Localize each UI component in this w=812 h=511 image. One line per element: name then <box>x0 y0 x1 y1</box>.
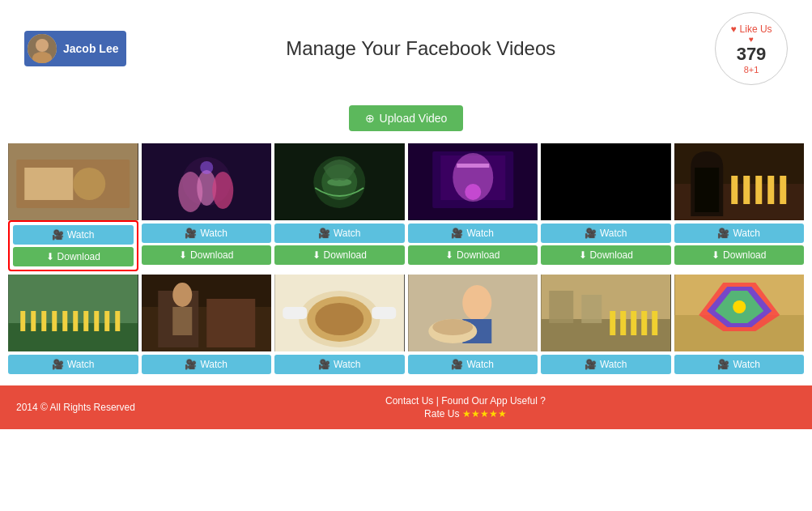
watch-button[interactable]: 🎥 Watch <box>274 224 405 243</box>
contact-link[interactable]: Contact Us <box>385 395 433 407</box>
camera-icon: 🎥 <box>185 359 197 370</box>
heart-icon: ♥ <box>730 23 736 35</box>
video-item: 🎥 Watch <box>142 275 272 377</box>
svg-point-23 <box>465 184 481 200</box>
video-item: 🎥 Watch ⬇ Download <box>674 143 805 271</box>
video-item: 🎥 Watch <box>274 275 405 377</box>
watch-button[interactable]: 🎥 Watch <box>408 224 538 243</box>
svg-rect-31 <box>767 176 774 204</box>
star-rating: ★★★★★ <box>462 408 507 419</box>
svg-rect-24 <box>541 143 670 220</box>
svg-rect-37 <box>41 311 46 331</box>
camera-icon: 🎥 <box>717 359 729 370</box>
svg-rect-64 <box>549 291 573 323</box>
footer: 2014 © All Rights Reserved Contact Us | … <box>0 385 812 429</box>
watch-button[interactable]: 🎥 Watch <box>674 224 805 243</box>
watch-button[interactable]: 🎥 Watch <box>541 355 671 374</box>
download-icon: ⬇ <box>179 249 187 261</box>
svg-rect-67 <box>620 311 626 335</box>
download-icon: ⬇ <box>712 249 720 261</box>
svg-rect-6 <box>24 168 73 200</box>
found-text: Found Our App Useful ? <box>441 395 546 407</box>
watch-button[interactable]: 🎥 Watch <box>674 355 805 374</box>
watch-label: Watch <box>334 228 361 239</box>
svg-rect-42 <box>94 311 99 331</box>
svg-rect-66 <box>610 311 615 335</box>
watch-button[interactable]: 🎥 Watch <box>142 224 272 243</box>
download-icon: ⬇ <box>312 249 321 261</box>
svg-rect-63 <box>541 319 670 351</box>
video-item: 🎥 Watch ⬇ Download <box>274 143 405 271</box>
like-widget[interactable]: ♥ Like Us ♥ 379 8+1 <box>715 12 788 85</box>
svg-rect-43 <box>104 311 109 331</box>
svg-rect-35 <box>20 311 25 331</box>
avatar <box>28 34 57 63</box>
svg-point-61 <box>432 319 473 335</box>
camera-icon: 🎥 <box>451 228 463 239</box>
watch-button[interactable]: 🎥 Watch <box>142 355 272 374</box>
watch-button[interactable]: 🎥 Watch <box>541 224 671 243</box>
footer-links: Contact Us | Found Our App Useful ? <box>135 395 796 407</box>
svg-rect-65 <box>581 295 602 323</box>
video-item: 🎥 Watch ⬇ Download <box>541 143 671 271</box>
download-button[interactable]: ⬇ Download <box>408 245 538 265</box>
svg-point-13 <box>200 161 213 174</box>
upload-icon: ⊕ <box>365 112 375 125</box>
video-actions: 🎥 Watch <box>8 351 138 377</box>
upload-video-button[interactable]: ⊕ Upload Video <box>349 105 464 131</box>
watch-button[interactable]: 🎥 Watch <box>408 355 538 374</box>
video-item: 🎥 Watch <box>8 275 138 377</box>
svg-point-58 <box>462 285 491 321</box>
svg-rect-48 <box>206 299 255 347</box>
video-actions: 🎥 Watch <box>674 351 805 377</box>
svg-point-49 <box>172 283 192 307</box>
video-thumbnail <box>142 143 272 220</box>
download-button[interactable]: ⬇ Download <box>274 245 405 265</box>
svg-point-7 <box>73 168 105 200</box>
svg-rect-32 <box>780 176 786 204</box>
username-label: Jacob Lee <box>63 42 118 55</box>
watch-label: Watch <box>67 229 95 241</box>
video-item: 🎥 Watch ⬇ Download <box>408 143 538 271</box>
rate-line: Rate Us ★★★★★ <box>135 408 796 419</box>
download-button[interactable]: ⬇ Download <box>142 245 272 265</box>
copyright-text: 2014 © All Rights Reserved <box>16 402 135 413</box>
footer-separator: | <box>436 395 439 407</box>
watch-label: Watch <box>600 228 627 239</box>
video-actions: 🎥 Watch <box>408 351 538 377</box>
svg-rect-41 <box>83 311 88 331</box>
video-actions: 🎥 Watch ⬇ Download <box>674 220 805 268</box>
download-icon: ⬇ <box>445 249 453 261</box>
watch-label: Watch <box>466 228 494 239</box>
watch-button[interactable]: 🎥 Watch <box>8 355 138 374</box>
upload-label: Upload Video <box>380 112 448 125</box>
video-item: 🎥 Watch <box>408 275 538 377</box>
page-title: Manage Your Facebook Videos <box>126 37 715 60</box>
download-button[interactable]: ⬇ Download <box>674 245 805 265</box>
user-badge[interactable]: Jacob Lee <box>24 31 126 66</box>
camera-icon: 🎥 <box>451 359 463 370</box>
download-label: Download <box>457 249 500 261</box>
svg-rect-55 <box>283 307 307 319</box>
watch-label: Watch <box>600 359 627 370</box>
video-actions: 🎥 Watch <box>142 351 272 377</box>
video-actions: 🎥 Watch ⬇ Download <box>142 220 272 268</box>
camera-icon: 🎥 <box>52 229 64 241</box>
footer-center: Contact Us | Found Our App Useful ? Rate… <box>135 395 796 419</box>
watch-button[interactable]: 🎥 Watch <box>13 225 134 245</box>
camera-icon: 🎥 <box>585 228 597 239</box>
video-thumbnail <box>8 143 138 220</box>
svg-point-12 <box>212 172 233 209</box>
video-thumbnail <box>8 275 138 351</box>
video-thumbnail <box>142 275 272 351</box>
video-actions: 🎥 Watch <box>541 351 671 377</box>
download-label: Download <box>190 249 233 261</box>
svg-point-76 <box>733 300 746 313</box>
download-button[interactable]: ⬇ Download <box>13 247 134 266</box>
header: Jacob Lee Manage Your Facebook Videos ♥ … <box>0 0 812 97</box>
watch-label: Watch <box>200 228 227 239</box>
svg-rect-28 <box>731 176 738 204</box>
watch-button[interactable]: 🎥 Watch <box>274 355 405 374</box>
video-thumbnail <box>274 143 405 220</box>
download-button[interactable]: ⬇ Download <box>541 245 671 265</box>
